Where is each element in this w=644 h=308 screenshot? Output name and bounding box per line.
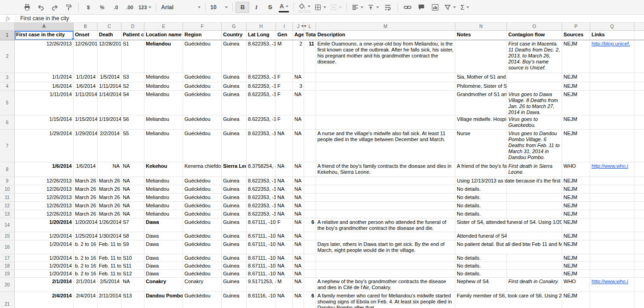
cell-B11[interactable]: March 26 xyxy=(74,194,98,202)
cell-D13[interactable]: NA xyxy=(121,210,144,218)
cell-A18[interactable]: 1/20/2014 xyxy=(15,262,74,270)
cell-G2[interactable]: Guinea xyxy=(222,40,247,73)
cell-F1[interactable]: Region xyxy=(183,31,222,40)
cell-J18[interactable]: NA xyxy=(293,262,304,270)
cell-N15[interactable]: Attended funeral of S4 xyxy=(455,232,507,240)
cell-L10[interactable] xyxy=(304,185,316,194)
cell-D1[interactable]: Patient code xyxy=(121,31,144,40)
cell-E15[interactable]: Dawa xyxy=(144,232,183,240)
cell-F8[interactable]: Kenema chiefdom xyxy=(183,162,222,177)
borders-button[interactable] xyxy=(312,2,328,13)
cell-E16[interactable]: Dawa xyxy=(144,240,183,254)
cell-O17[interactable] xyxy=(507,254,562,262)
cell-D11[interactable]: NA xyxy=(121,194,144,202)
cell-C6[interactable]: 1/19/2014 xyxy=(98,115,121,130)
insert-comment-button[interactable] xyxy=(414,2,428,13)
row-header-17[interactable]: 17 xyxy=(0,254,15,262)
cell-Q20[interactable]: http://www.who.i xyxy=(590,278,634,292)
row-header-3[interactable]: 3 xyxy=(0,73,15,82)
cell-R4[interactable] xyxy=(634,82,644,91)
cell-F20[interactable]: Conakry xyxy=(183,278,222,292)
cell-G4[interactable]: Guinea xyxy=(222,82,247,91)
cell-M18[interactable] xyxy=(316,262,455,270)
cell-A13[interactable]: 12/26/2013 xyxy=(15,210,74,218)
cell-Q18[interactable] xyxy=(590,262,634,270)
cell-D3[interactable]: S3 xyxy=(121,73,144,82)
cell-G7[interactable]: Guinea xyxy=(222,130,247,162)
cell-F19[interactable]: Guéckédou xyxy=(183,270,222,278)
cell-B1[interactable]: Onset xyxy=(74,31,98,40)
cell-O6[interactable]: Virus goes to Gueckedou. xyxy=(507,115,562,130)
cell-F18[interactable]: Guéckédou xyxy=(183,262,222,270)
decrease-decimal-button[interactable]: .0 xyxy=(109,2,123,13)
cell-R5[interactable] xyxy=(634,91,644,115)
row-header-7[interactable]: 7 xyxy=(0,130,15,162)
merge-cells-button[interactable] xyxy=(328,2,344,13)
cell-J7[interactable]: NA xyxy=(293,130,304,162)
cell-E17[interactable]: Dawa xyxy=(144,254,183,262)
cell-O15[interactable] xyxy=(507,232,562,240)
cell-B17[interactable]: b. 2 to 16 xyxy=(74,254,98,262)
cell-I9[interactable]: NA xyxy=(276,177,293,185)
cell-N16[interactable]: No patient detail. But all died btw Feb … xyxy=(455,240,562,254)
cell-I1[interactable]: Gen xyxy=(276,31,293,40)
cell-B9[interactable]: March 26 xyxy=(74,177,98,185)
cell-C14[interactable]: 1/26/2014 xyxy=(98,218,121,232)
cell-E11[interactable]: Meliandou xyxy=(144,194,183,202)
cell-F2[interactable]: Guéckédou xyxy=(183,40,222,73)
cell-B14[interactable]: 1/20/2014 xyxy=(74,218,98,232)
row-header-15[interactable]: 15 xyxy=(0,232,15,240)
cell-O3[interactable] xyxy=(507,73,562,82)
row-header-13[interactable]: 13 xyxy=(0,210,15,218)
cell-H8[interactable]: 8.3758254, -1 xyxy=(247,162,276,177)
column-header-E[interactable]: E xyxy=(144,23,183,31)
cell-D14[interactable]: S7 xyxy=(121,218,144,232)
row-header-19[interactable]: 19 xyxy=(0,270,15,278)
cell-A9[interactable]: 12/26/2013 xyxy=(15,177,74,185)
row-header-16[interactable]: 16 xyxy=(0,240,15,254)
cell-C7[interactable]: 2/2/2014 xyxy=(98,130,121,162)
row-header-1[interactable]: 1 xyxy=(0,31,15,40)
row-header-11[interactable]: 11 xyxy=(0,194,15,202)
cell-H15[interactable]: 8.67111, -10.0 xyxy=(247,232,276,240)
cell-L3[interactable] xyxy=(304,73,316,82)
cell-J5[interactable]: NA xyxy=(293,91,304,115)
cell-P8[interactable]: WHO xyxy=(562,162,590,177)
cell-J20[interactable]: NA xyxy=(293,278,304,292)
cell-L17[interactable] xyxy=(304,254,316,262)
cell-Q11[interactable] xyxy=(590,194,634,202)
column-header-R[interactable] xyxy=(634,23,644,31)
cell-E20[interactable]: Conakry xyxy=(144,278,183,292)
cell-I21[interactable]: NA xyxy=(276,292,293,308)
cell-L5[interactable] xyxy=(304,91,316,115)
fill-color-button[interactable] xyxy=(297,1,312,14)
cell-I8[interactable]: NA xyxy=(276,162,293,177)
cell-P7[interactable]: NEJM xyxy=(562,130,590,162)
bold-button[interactable]: B xyxy=(236,2,249,13)
cell-R2[interactable] xyxy=(634,40,644,73)
insert-link-button[interactable] xyxy=(401,2,414,13)
cell-I6[interactable]: F xyxy=(276,115,293,130)
cell-C19[interactable]: Feb. 11 to xyxy=(98,270,121,278)
cell-N1[interactable]: Notes xyxy=(455,31,507,40)
cell-E14[interactable]: Dawa xyxy=(144,218,183,232)
cell-P12[interactable]: NEJM xyxy=(562,202,590,210)
cell-F17[interactable]: Guéckédou xyxy=(183,254,222,262)
cell-B12[interactable]: March 26 xyxy=(74,202,98,210)
cell-I16[interactable]: NA xyxy=(276,240,293,254)
cell-H5[interactable]: 8.622353, -10 xyxy=(247,91,276,115)
cell-D17[interactable]: S10 xyxy=(121,254,144,262)
cell-A4[interactable]: 1/6/2014 xyxy=(15,82,74,91)
row-header-14[interactable]: 14 xyxy=(0,218,15,232)
cell-M14[interactable]: A relative and another person who attend… xyxy=(316,218,455,232)
cell-A6[interactable]: 1/15/2014 xyxy=(15,115,74,130)
cell-R9[interactable] xyxy=(634,177,644,185)
functions-button[interactable]: Σ xyxy=(458,2,472,13)
cell-D16[interactable]: S9 xyxy=(121,240,144,254)
column-header-H[interactable]: H xyxy=(247,23,276,31)
cell-O13[interactable] xyxy=(507,210,562,218)
cell-E7[interactable]: Meliandou xyxy=(144,130,183,162)
column-header-C[interactable]: C xyxy=(98,23,121,31)
cell-Q19[interactable] xyxy=(590,270,634,278)
cell-G10[interactable]: Guinea xyxy=(222,185,247,194)
